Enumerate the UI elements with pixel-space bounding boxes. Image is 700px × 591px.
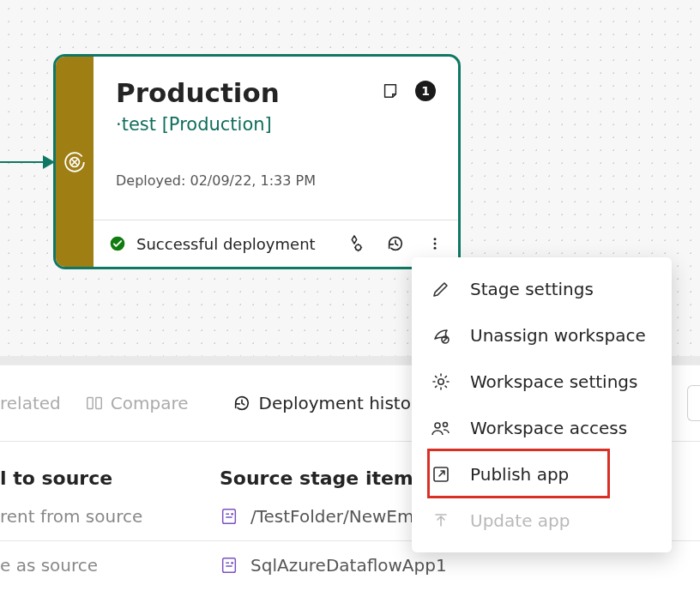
svg-point-5 — [355, 244, 360, 250]
svg-point-12 — [231, 513, 233, 516]
svg-rect-13 — [223, 558, 236, 573]
history-icon — [232, 394, 251, 413]
menu-item-unassign[interactable]: Unassign workspace — [412, 312, 672, 359]
svg-rect-9 — [88, 398, 93, 409]
gear-icon — [431, 371, 451, 392]
menu-item-label: Publish app — [470, 464, 569, 485]
stage-card-production[interactable]: Production 1 ·test [Production] Deployed… — [53, 54, 461, 269]
stage-options-menu: Stage settingsUnassign workspaceWorkspac… — [412, 257, 672, 552]
toolbar-history-label: Deployment history — [258, 393, 427, 413]
stage-card-footer: Successful deployment — [94, 220, 458, 267]
svg-point-18 — [435, 423, 440, 428]
deployment-status-text: Successful deployment — [136, 235, 335, 253]
svg-point-19 — [444, 423, 448, 427]
row-file-name: SqlAzureDataflowApp1 — [250, 555, 447, 576]
menu-item-external[interactable]: Publish app — [412, 451, 672, 498]
stage-connector-arrow — [0, 161, 53, 163]
sync-status-icon — [63, 151, 86, 173]
upload-icon — [431, 510, 451, 531]
toolbar-overflow-stub[interactable] — [687, 385, 700, 421]
svg-point-17 — [438, 379, 444, 384]
notification-count: 1 — [421, 84, 430, 98]
toolbar-deployment-history[interactable]: Deployment history — [232, 393, 427, 413]
external-icon — [431, 464, 451, 485]
stage-strip — [56, 57, 94, 267]
menu-item-gear[interactable]: Workspace settings — [412, 359, 672, 405]
svg-rect-10 — [96, 398, 101, 409]
dataflow-file-icon — [220, 556, 238, 575]
row-left-text: e as source — [0, 555, 220, 576]
stage-deployed-timestamp: Deployed: 02/09/22, 1:33 PM — [116, 172, 436, 189]
toolbar-compare: Compare — [85, 393, 189, 413]
more-options-icon[interactable] — [427, 234, 443, 253]
menu-item-label: Workspace access — [470, 418, 627, 438]
menu-item-people[interactable]: Workspace access — [412, 405, 672, 451]
notification-badge[interactable]: 1 — [415, 81, 436, 101]
svg-point-7 — [434, 243, 437, 245]
pencil-icon — [431, 279, 451, 299]
history-icon[interactable] — [386, 234, 405, 253]
svg-point-6 — [434, 238, 437, 240]
svg-point-14 — [231, 562, 233, 564]
column-header-left: l to source — [0, 467, 220, 489]
menu-item-label: Update app — [470, 510, 570, 531]
compare-icon — [85, 394, 104, 413]
menu-item-pencil[interactable]: Stage settings — [412, 266, 672, 312]
unassign-icon — [431, 325, 451, 346]
row-left-text: rent from source — [0, 506, 220, 527]
menu-item-label: Unassign workspace — [470, 325, 646, 346]
svg-rect-11 — [223, 510, 236, 524]
toolbar-related: related — [0, 393, 61, 413]
toolbar-compare-label: Compare — [111, 393, 189, 413]
note-icon[interactable] — [381, 81, 400, 100]
stage-card-body: Production 1 ·test [Production] Deployed… — [94, 57, 458, 267]
deployment-rules-icon[interactable] — [345, 234, 364, 253]
people-icon — [431, 418, 451, 438]
dataflow-file-icon — [220, 507, 238, 526]
svg-point-8 — [434, 247, 437, 250]
stage-title: Production — [116, 77, 381, 109]
stage-subtitle: ·test [Production] — [116, 114, 436, 135]
menu-item-label: Stage settings — [470, 279, 594, 299]
menu-item-label: Workspace settings — [470, 371, 637, 392]
success-check-icon — [109, 235, 126, 252]
toolbar-related-label: related — [0, 393, 61, 413]
menu-item-upload: Update app — [412, 498, 672, 544]
